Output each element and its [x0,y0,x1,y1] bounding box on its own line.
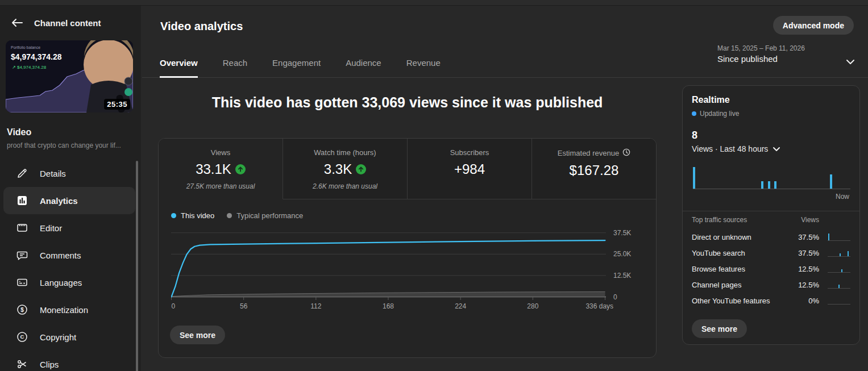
sidebar-item-languages[interactable]: Languages [3,269,135,296]
realtime-bar [761,181,763,189]
sparkline [828,265,850,273]
metric-label: Estimated revenue [558,149,619,157]
table-row[interactable]: Channel pages 12.5% [692,277,852,293]
video-duration-badge: 25:35 [104,99,130,110]
see-more-button[interactable]: See more [170,326,225,344]
top-strip [0,0,868,6]
metric-subscribers[interactable]: Subscribers +984 [408,139,532,199]
sidebar-item-label: Comments [40,251,81,260]
advanced-mode-button[interactable]: Advanced mode [773,16,854,35]
sidebar-scrollbar[interactable] [136,161,138,371]
sidebar-menu: Details Analytics Editor Comments [0,160,141,371]
copyright-icon: C [16,331,28,343]
realtime-bar [830,174,832,189]
updating-live: Updating live [692,110,739,118]
sparkline-tick [828,234,829,240]
legend-dot-blue [171,213,176,218]
realtime-bar-chart[interactable] [693,165,850,189]
sidebar-item-clips[interactable]: Clips [3,351,135,371]
realtime-count: 8 [692,130,697,141]
sidebar-item-label: Clips [40,360,59,369]
sidebar-item-analytics[interactable]: Analytics [3,187,135,214]
analytics-header: Video analytics Advanced mode Overview R… [142,6,868,78]
chevron-down-icon [846,57,855,67]
table-row[interactable]: Other YouTube features 0% [692,293,852,309]
sidebar-item-label: Copyright [40,332,76,342]
live-dot-icon [692,111,696,116]
trend-up-icon [235,164,246,174]
video-thumbnail[interactable]: Portfolio balance $4,974,374.28 ↗ $4,974… [6,40,133,112]
video-title: Video [7,127,31,137]
sidebar-item-label: Editor [40,223,62,233]
panel-divider [683,211,859,211]
tab-engagement[interactable]: Engagement [272,55,321,78]
sidebar-item-label: Languages [40,278,82,287]
table-row[interactable]: Browse features 12.5% [692,261,852,277]
sparkline [828,281,850,289]
sidebar-item-monetization[interactable]: $ Monetization [3,296,135,323]
analytics-tabs: Overview Reach Engagement Audience Reven… [160,55,441,78]
date-range-label: Since published [717,54,854,64]
sparkline-tick [841,269,842,272]
sidebar-item-copyright[interactable]: C Copyright [3,323,135,351]
metric-value: +984 [454,161,485,177]
youtube-studio-analytics-page: Channel content Portfolio balance $4,974… [0,0,868,371]
metric-watch-time[interactable]: Watch time (hours) 3.3K 2.6K more than u… [283,139,408,199]
page-title: Video analytics [160,20,243,33]
subtitles-icon [16,276,28,289]
back-button[interactable] [10,16,24,30]
metric-row: Views 33.1K 27.5K more than usual Watch … [159,139,656,199]
metric-note: 27.5K more than usual [186,182,255,190]
video-description: proof that crypto can change your lif... [7,141,131,149]
metric-value: 33.1K [196,161,231,177]
metric-note: 2.6K more than usual [313,182,377,190]
sparkline-tick [838,285,840,288]
clock-icon [622,148,630,158]
metric-estimated-revenue[interactable]: Estimated revenue $167.28 [532,139,656,199]
sidebar-item-editor[interactable]: Editor [3,214,135,241]
tab-overview[interactable]: Overview [160,55,198,78]
sidebar-item-details[interactable]: Details [3,160,135,187]
svg-text:$: $ [20,307,24,313]
table-row[interactable]: YouTube search 37.5% [692,245,852,261]
chevron-down-icon [773,144,780,153]
sidebar-item-label: Details [40,169,66,178]
metric-label: Views [211,148,230,157]
trend-up-icon [356,164,366,174]
scissors-icon [16,358,28,370]
metric-views[interactable]: Views 33.1K 27.5K more than usual [159,139,283,199]
channel-content-label: Channel content [34,18,101,28]
realtime-bar [768,181,770,189]
views-line-chart[interactable] [171,228,606,301]
date-range-text: Mar 15, 2025 – Feb 11, 2026 [717,44,854,52]
comment-icon [16,249,28,261]
sparkline [828,249,850,257]
realtime-title: Realtime [692,95,730,105]
metric-label: Watch time (hours) [314,148,376,157]
sidebar-item-comments[interactable]: Comments [3,241,135,269]
realtime-panel: Realtime Updating live 8 Views · Last 48… [682,85,860,345]
sidebar-item-label: Analytics [40,196,78,206]
overview-metrics-card: Views 33.1K 27.5K more than usual Watch … [158,138,657,358]
legend-dot-gray [227,213,232,218]
back-arrow-icon [11,18,23,28]
realtime-count-label[interactable]: Views · Last 48 hours [692,144,780,153]
sidebar-item-label: Monetization [40,305,88,315]
dollar-circle-icon: $ [16,303,28,316]
tab-reach[interactable]: Reach [223,55,247,78]
chart-legend: This video Typical performance [171,211,303,220]
sparkline [828,233,850,241]
sparkline-tick [848,251,849,256]
table-row[interactable]: Direct or unknown 37.5% [692,229,852,245]
realtime-see-more-button[interactable]: See more [692,319,747,338]
views-headline: This video has gotten 33,069 views since… [158,94,657,111]
legend-this-video: This video [171,211,214,220]
svg-text:$4,974,374.28: $4,974,374.28 [11,52,62,61]
svg-text:C: C [20,334,24,340]
now-label: Now [836,193,849,201]
sidebar-header: Channel content [0,14,141,32]
tab-revenue[interactable]: Revenue [406,55,441,78]
tab-audience[interactable]: Audience [346,55,381,78]
date-range-picker[interactable]: Mar 15, 2025 – Feb 11, 2026 Since publis… [717,44,854,64]
sparkline-tick [840,253,841,256]
